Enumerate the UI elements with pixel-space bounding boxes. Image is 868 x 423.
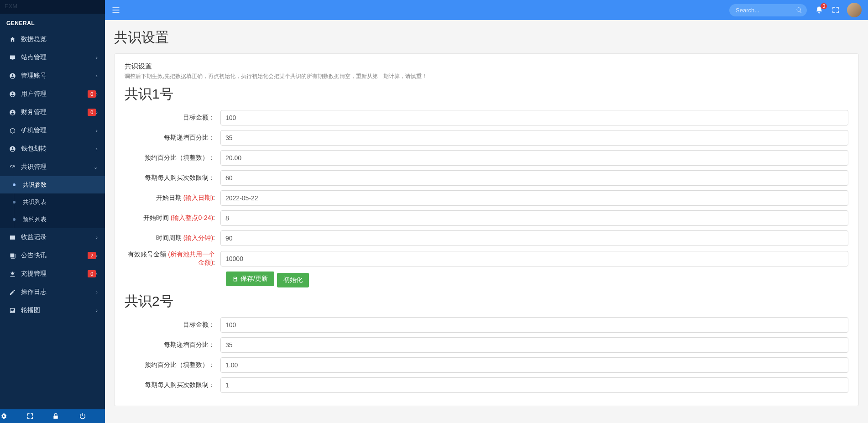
- panel-desc: 调整后下期生效,先把数据填正确，再点初始化，执行初始化会把某个共识的所有期数数据…: [125, 73, 848, 80]
- menu-toggle-icon[interactable]: [111, 5, 120, 15]
- chevron-right-icon: ›: [96, 73, 98, 78]
- topbar: 0: [105, 0, 868, 20]
- image-icon: [7, 307, 17, 314]
- footer-lock-icon[interactable]: [52, 410, 79, 422]
- sidebar-item-label: 公告快讯: [21, 251, 86, 260]
- sidebar-item-5[interactable]: 矿机管理›: [0, 121, 105, 140]
- footer-power-icon[interactable]: [79, 410, 105, 423]
- edit-icon: [7, 289, 17, 296]
- sidebar-badge: 2: [88, 252, 96, 259]
- form-input-1-2[interactable]: [220, 357, 848, 373]
- sidebar-item-label: 充提管理: [21, 270, 86, 278]
- sidebar-subitem-label: 共识列表: [23, 198, 47, 206]
- form-row-0-1: 每期递增百分比：: [125, 130, 848, 146]
- form-row-0-6: 时间周期 (输入分钟):: [125, 230, 848, 246]
- form-input-0-2[interactable]: [220, 150, 848, 166]
- news-icon: [7, 252, 17, 259]
- form-label: 每期递增百分比：: [125, 341, 220, 349]
- form-label: 每期递增百分比：: [125, 134, 220, 142]
- section-title-0: 共识1号: [125, 85, 848, 104]
- form-label: 预约百分比（填整数）：: [125, 154, 220, 162]
- dot-icon: [13, 218, 16, 221]
- sidebar-item-11[interactable]: 操作日志›: [0, 283, 105, 301]
- sidebar-item-2[interactable]: 管理账号›: [0, 67, 105, 85]
- sidebar-subitem-7-0[interactable]: 共识参数: [0, 176, 105, 193]
- init-button[interactable]: 初始化: [277, 273, 309, 287]
- avatar[interactable]: [847, 3, 862, 17]
- search-icon[interactable]: [796, 7, 802, 13]
- form-label: 预约百分比（填整数）：: [125, 361, 220, 369]
- search-input[interactable]: [729, 4, 807, 16]
- form-row-0-3: 每期每人购买次数限制：: [125, 170, 848, 186]
- footer-expand-icon[interactable]: [26, 410, 53, 423]
- sidebar-subitem-7-2[interactable]: 预约列表: [0, 211, 105, 228]
- user-circle-icon: [7, 73, 17, 79]
- form-label: 目标金额：: [125, 321, 220, 329]
- form-input-0-6[interactable]: [220, 230, 848, 246]
- chevron-right-icon: ›: [96, 110, 98, 115]
- sidebar-item-label: 管理账号: [21, 72, 96, 80]
- fullscreen-icon[interactable]: [831, 6, 840, 14]
- form-label: 每期每人购买次数限制：: [125, 174, 220, 182]
- sidebar-item-label: 轮播图: [21, 306, 96, 314]
- form-row-0-5: 开始时间 (输入整点0-24):: [125, 210, 848, 226]
- sidebar-badge: 0: [88, 270, 96, 277]
- sidebar-item-10[interactable]: 充提管理0›: [0, 265, 105, 283]
- form-label: 开始时间 (输入整点0-24):: [125, 214, 220, 222]
- notification-bell-icon[interactable]: 0: [815, 6, 823, 14]
- chevron-right-icon: ›: [96, 146, 98, 151]
- sidebar-item-4[interactable]: 财务管理0›: [0, 103, 105, 121]
- form-input-1-0[interactable]: [220, 317, 848, 333]
- form-input-0-3[interactable]: [220, 170, 848, 186]
- brand-text: EXM: [5, 3, 17, 10]
- form-input-1-3[interactable]: [220, 377, 848, 393]
- dot-icon: [13, 201, 16, 204]
- form-input-0-1[interactable]: [220, 130, 848, 146]
- form-label: 每期每人购买次数限制：: [125, 381, 220, 389]
- form-row-0-7: 有效账号金额 (所有池共用一个金额):: [125, 251, 848, 267]
- dot-icon: [13, 183, 16, 186]
- form-input-1-1[interactable]: [220, 337, 848, 353]
- form-input-0-5[interactable]: [220, 210, 848, 226]
- brand-bar: EXM: [0, 0, 105, 14]
- form-row-0-0: 目标金额：: [125, 110, 848, 125]
- scale-icon: [7, 271, 17, 277]
- sidebar-item-label: 钱包划转: [21, 145, 96, 153]
- sidebar-item-label: 财务管理: [21, 108, 86, 116]
- chevron-right-icon: ›: [96, 55, 98, 60]
- notification-count: 0: [821, 3, 827, 9]
- sidebar-item-9[interactable]: 公告快讯2›: [0, 246, 105, 265]
- form-label: 目标金额：: [125, 114, 220, 122]
- footer-settings-icon[interactable]: [0, 410, 26, 423]
- sidebar-subitem-label: 预约列表: [23, 215, 47, 224]
- form-row-1-1: 每期递增百分比：: [125, 337, 848, 353]
- chevron-right-icon: ›: [96, 91, 98, 97]
- save-button[interactable]: 保存/更新: [226, 272, 274, 286]
- sidebar-item-6[interactable]: 钱包划转›: [0, 140, 105, 158]
- form-label: 有效账号金额 (所有池共用一个金额):: [125, 251, 220, 267]
- sidebar-item-label: 共识管理: [21, 163, 94, 171]
- sidebar-item-1[interactable]: 站点管理›: [0, 48, 105, 67]
- form-input-0-0[interactable]: [220, 110, 848, 125]
- user-circle-icon: [7, 109, 17, 116]
- chevron-right-icon: ›: [96, 308, 98, 313]
- sidebar-item-12[interactable]: 轮播图›: [0, 301, 105, 319]
- sidebar-item-0[interactable]: 数据总览: [0, 30, 105, 48]
- chevron-right-icon: ›: [96, 289, 98, 295]
- card-icon: [7, 234, 17, 241]
- chevron-right-icon: ›: [96, 253, 98, 258]
- chevron-right-icon: ›: [96, 128, 98, 133]
- gauge-icon: [7, 164, 17, 171]
- sidebar-item-3[interactable]: 用户管理0›: [0, 85, 105, 103]
- form-label: 时间周期 (输入分钟):: [125, 234, 220, 242]
- chevron-down-icon: ⌄: [94, 164, 98, 170]
- sidebar-item-8[interactable]: 收益记录›: [0, 228, 105, 246]
- form-row-0-2: 预约百分比（填整数）：: [125, 150, 848, 166]
- sidebar-item-7[interactable]: 共识管理⌄: [0, 158, 105, 176]
- chevron-right-icon: ›: [96, 271, 98, 277]
- form-input-0-7[interactable]: [220, 251, 848, 266]
- user-circle-icon: [7, 91, 17, 98]
- form-input-0-4[interactable]: [220, 190, 848, 206]
- sidebar-subitem-7-1[interactable]: 共识列表: [0, 193, 105, 211]
- sidebar-item-label: 收益记录: [21, 233, 96, 241]
